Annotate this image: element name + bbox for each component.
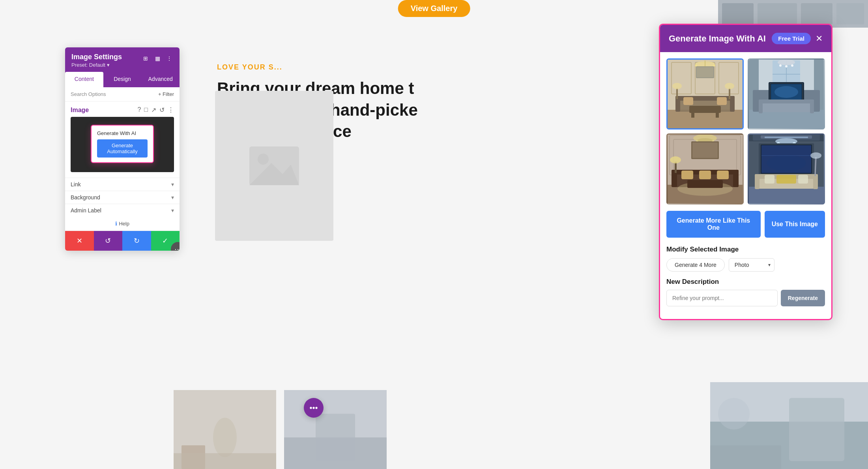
description-input-row: Regenerate — [666, 290, 825, 306]
svg-rect-113 — [755, 174, 760, 189]
section-icon-undo[interactable]: ↺ — [159, 106, 165, 114]
regenerate-button[interactable]: Regenerate — [781, 290, 825, 306]
image-section-title: Image — [71, 107, 89, 114]
help-label: Help — [119, 221, 129, 227]
section-icon-question[interactable]: ? — [137, 106, 141, 114]
svg-rect-42 — [676, 88, 678, 99]
svg-point-67 — [791, 64, 793, 67]
view-gallery-button[interactable]: View Gallery — [398, 0, 470, 17]
panel-link-row[interactable]: Link ▾ — [65, 178, 180, 191]
admin-label-option: Admin Label — [71, 207, 101, 214]
new-description-section: New Description Regenerate — [666, 278, 825, 306]
admin-label-arrow: ▾ — [171, 207, 174, 214]
search-placeholder-text: Search Options — [71, 91, 155, 97]
image-grid-item-3[interactable] — [666, 133, 744, 204]
modify-section: Modify Selected Image Generate 4 More Ph… — [666, 246, 825, 272]
link-option-arrow: ▾ — [171, 181, 174, 188]
redo-button[interactable]: ↻ — [122, 231, 151, 251]
panel-header-icons: ⊞ ▦ ⋮ — [142, 54, 173, 62]
panel-preset[interactable]: Preset: Default ▾ — [71, 62, 122, 68]
svg-rect-88 — [687, 180, 723, 188]
bottom-thumbnail-2 — [284, 390, 387, 469]
svg-rect-63 — [810, 99, 814, 113]
ai-modal-close-button[interactable]: ✕ — [816, 34, 823, 43]
svg-rect-37 — [689, 106, 721, 113]
photo-style-select[interactable]: Photo Illustration Sketch Painting — [729, 258, 774, 272]
panel-icon-grid[interactable]: ⊞ — [142, 54, 150, 62]
svg-point-65 — [779, 64, 782, 67]
svg-rect-95 — [749, 187, 824, 203]
svg-point-123 — [718, 398, 750, 430]
svg-point-59 — [774, 86, 798, 98]
use-this-image-button[interactable]: Use This Image — [765, 211, 825, 238]
svg-point-43 — [672, 83, 682, 89]
panel-help-row[interactable]: ℹ Help — [65, 217, 180, 231]
panel-background-row[interactable]: Background ▾ — [65, 191, 180, 204]
svg-rect-84 — [681, 171, 693, 179]
ai-modal-header: Generate Image With AI Free Trial ✕ — [660, 25, 831, 52]
section-icon-arrow[interactable]: ↗ — [151, 106, 156, 114]
svg-point-45 — [725, 83, 734, 89]
image-grid-item-1[interactable] — [666, 58, 744, 129]
section-icon-dots[interactable]: ⋮ — [168, 106, 174, 114]
tab-advanced[interactable]: Advanced — [141, 72, 180, 87]
tab-design[interactable]: Design — [103, 72, 142, 87]
ai-modal: Generate Image With AI Free Trial ✕ — [659, 24, 832, 320]
description-input[interactable] — [666, 290, 778, 306]
generate-ai-popup: Generate With AI Generate Automatically — [91, 125, 154, 163]
photo-select-wrapper: Photo Illustration Sketch Painting ▾ — [729, 258, 774, 272]
image-grid-item-4[interactable] — [748, 133, 825, 204]
svg-rect-3 — [801, 3, 832, 24]
svg-rect-89 — [675, 162, 677, 173]
image-grid — [666, 58, 825, 204]
link-option-label: Link — [71, 181, 81, 188]
chat-icon: ••• — [309, 403, 318, 413]
undo-button[interactable]: ↺ — [94, 231, 123, 251]
cancel-button[interactable]: ✕ — [65, 231, 94, 251]
svg-rect-14 — [316, 414, 355, 461]
svg-point-10 — [213, 418, 237, 457]
panel-admin-label-row[interactable]: Admin Label ▾ — [65, 204, 180, 217]
background-option-arrow: ▾ — [171, 194, 174, 201]
generate-more-button[interactable]: Generate More Like This One — [666, 211, 761, 238]
action-buttons-row: Generate More Like This One Use This Ima… — [666, 211, 825, 238]
panel-search-row: Search Options + Filter — [65, 87, 180, 101]
svg-rect-124 — [710, 445, 781, 469]
panel-footer: ✕ ↺ ↻ ✓ — [65, 231, 180, 251]
svg-rect-61 — [759, 99, 814, 103]
svg-rect-39 — [716, 113, 719, 118]
svg-rect-86 — [717, 171, 729, 179]
new-description-title: New Description — [666, 278, 825, 286]
background-option-label: Background — [71, 194, 100, 201]
panel-header: Image Settings Preset: Default ▾ ⊞ ▦ ⋮ — [65, 47, 180, 72]
panel-icon-columns[interactable]: ▦ — [153, 54, 161, 62]
svg-point-6 — [258, 154, 269, 165]
generate-automatically-button[interactable]: Generate Automatically — [97, 139, 148, 158]
section-icon-square[interactable]: □ — [144, 106, 148, 114]
svg-rect-11 — [174, 453, 276, 469]
panel-title: Image Settings — [71, 53, 122, 61]
svg-rect-38 — [691, 113, 694, 118]
float-chat-button[interactable]: ••• — [304, 398, 324, 418]
svg-rect-4 — [836, 3, 864, 24]
svg-rect-35 — [683, 97, 693, 105]
svg-point-90 — [670, 156, 681, 163]
svg-rect-114 — [813, 174, 818, 189]
panel-icon-more[interactable]: ⋮ — [165, 54, 173, 62]
svg-rect-85 — [699, 171, 711, 179]
image-grid-item-2[interactable] — [748, 58, 825, 129]
tab-content[interactable]: Content — [65, 72, 103, 87]
svg-point-64 — [778, 60, 795, 65]
svg-rect-36 — [717, 97, 727, 105]
generate-4-more-button[interactable]: Generate 4 More — [666, 258, 725, 272]
svg-line-118 — [815, 157, 816, 176]
svg-point-30 — [713, 65, 715, 67]
svg-rect-117 — [798, 175, 808, 184]
panel-image-area: Generate With AI Generate Automatically — [71, 117, 174, 172]
svg-rect-115 — [776, 175, 796, 184]
filter-button[interactable]: + Filter — [158, 91, 174, 97]
svg-point-119 — [810, 152, 821, 159]
svg-rect-122 — [789, 398, 844, 461]
svg-rect-99 — [765, 137, 808, 138]
svg-rect-41 — [697, 67, 713, 77]
